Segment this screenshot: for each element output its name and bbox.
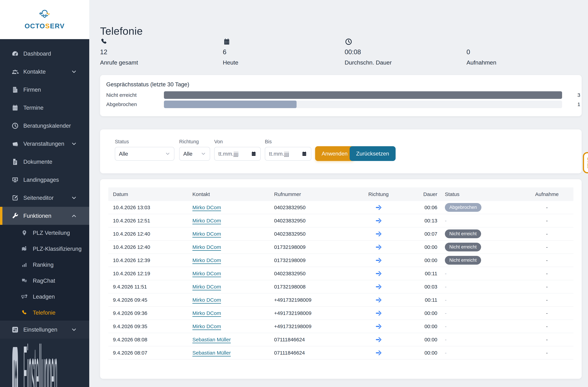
cell-aufnahme: - [524, 297, 570, 303]
column-header-dauer: Dauer [412, 191, 437, 197]
table-body: 10.4.2026 13:03Mirko DCom0402383295000:0… [108, 201, 573, 360]
stat-value: 00:08 [345, 48, 392, 56]
tickets-icon [11, 140, 19, 148]
von-date-placeholder: tt.mm.jjjj [218, 151, 238, 157]
cell-aufnahme: - [524, 324, 570, 329]
sidebar-settings-section: Einstellungen [0, 321, 89, 339]
contact-link[interactable]: Mirko DCom [192, 284, 221, 289]
cell-status: - [437, 350, 524, 356]
cell-datum: 10.4.2026 12:39 [108, 257, 192, 263]
table-row: 10.4.2026 12:39Mirko DCom0173219800900:0… [108, 254, 573, 267]
calendar-icon[interactable] [251, 151, 257, 157]
sidebar-item-label: Veranstaltungen [23, 141, 64, 147]
chart-bar-track [164, 91, 562, 99]
status-empty-dash: - [445, 337, 447, 342]
cell-dauer: 00:07 [412, 231, 437, 237]
sidebar-item-label: PLZ-Klassifizierung [33, 245, 82, 252]
sidebar-item-funktionen[interactable]: Funktionen [0, 207, 89, 225]
sidebar-item-landingpages[interactable]: Landingpages [0, 171, 89, 189]
bis-date-input[interactable]: tt.mm.jjjj [265, 147, 311, 161]
sidebar-item-seiteneditor[interactable]: Seiteneditor [0, 189, 89, 207]
sidebar-item-ragchat[interactable]: RagChat [0, 273, 89, 289]
sidebar-item-label: RagChat [33, 278, 55, 284]
contact-link[interactable]: Mirko DCom [192, 297, 221, 303]
cell-dauer: 00:00 [412, 337, 437, 343]
sidebar: OCTOSERV DashboardKontakteFirmenTermineB… [0, 0, 89, 387]
contact-link[interactable]: Mirko DCom [192, 244, 221, 250]
status-select[interactable]: Alle [115, 147, 174, 161]
apply-button[interactable]: Anwenden [315, 146, 354, 161]
status-empty-dash: - [445, 297, 447, 303]
table-header-row: DatumKontaktRufnummerRichtungDauerStatus… [108, 187, 573, 201]
status-empty-dash: - [445, 350, 447, 356]
status-badge: Nicht erreicht [445, 256, 481, 265]
sliders-icon [11, 326, 19, 333]
chart-bar-row: Nicht erreicht3 [106, 91, 575, 99]
stat-anrufe-gesamt: 12Anrufe gesamt [100, 38, 138, 66]
sidebar-item-dashboard[interactable]: Dashboard [0, 45, 89, 63]
chart-bar-fill [164, 91, 562, 99]
table-row: 10.4.2026 12:40Mirko DCom0173219800900:0… [108, 241, 573, 254]
cell-rufnummer: 04023832950 [274, 218, 368, 224]
sidebar-item-plz-klassifizierung[interactable]: PLZ-Klassifizierung [0, 241, 89, 257]
sidebar-item-plz-verteilung[interactable]: PLZ Verteilung [0, 225, 89, 241]
contact-link[interactable]: Mirko DCom [192, 231, 221, 237]
von-date-input[interactable]: tt.mm.jjjj [214, 147, 261, 161]
contact-link[interactable]: Sebastian Müller [192, 337, 231, 342]
cell-richtung [368, 257, 412, 264]
cell-kontakt: Mirko DCom [192, 204, 274, 210]
chart-bar-row: Abgebrochen1 [106, 101, 575, 108]
cell-richtung [368, 283, 412, 290]
cell-richtung [368, 349, 412, 357]
cell-kontakt: Sebastian Müller [192, 350, 274, 356]
contact-link[interactable]: Mirko DCom [192, 271, 221, 276]
sidebar-item-ranking[interactable]: Ranking [0, 257, 89, 273]
chart-bar-fill [164, 101, 296, 108]
contact-link[interactable]: Sebastian Müller [192, 350, 231, 356]
cell-status: - [437, 324, 524, 329]
sidebar-item-beratungskalender[interactable]: Beratungskalender [0, 117, 89, 135]
wrench-icon [11, 212, 19, 220]
cell-kontakt: Mirko DCom [192, 297, 274, 303]
contact-link[interactable]: Mirko DCom [192, 310, 221, 316]
calendar-icon[interactable] [301, 151, 307, 157]
contact-link[interactable]: Mirko DCom [192, 204, 221, 210]
sidebar-item-telefonie[interactable]: Telefonie [0, 305, 89, 321]
chat-icon [21, 278, 28, 284]
stat-value: 12 [100, 48, 138, 56]
contact-link[interactable]: Mirko DCom [192, 257, 221, 263]
sidebar-item-veranstaltungen[interactable]: Veranstaltungen [0, 135, 89, 153]
cell-dauer: 00:11 [412, 271, 437, 276]
reset-button[interactable]: Zurücksetzen [350, 146, 396, 161]
contact-link[interactable]: Mirko DCom [192, 218, 221, 224]
cell-dauer: 00:00 [412, 324, 437, 329]
sidebar-item-dokumente[interactable]: Dokumente [0, 153, 89, 171]
bis-date-placeholder: tt.mm.jjjj [269, 151, 289, 157]
edit-icon [11, 194, 19, 202]
cell-kontakt: Mirko DCom [192, 257, 274, 263]
cell-richtung [368, 323, 412, 330]
page-title: Telefonie [100, 25, 143, 37]
column-header-richtung: Richtung [368, 191, 412, 197]
cell-kontakt: Sebastian Müller [192, 337, 274, 343]
richtung-select[interactable]: Alle [179, 147, 210, 161]
chat-widget-tab[interactable]: Chat [583, 152, 588, 173]
filter-group-von: Von tt.mm.jjjj [214, 139, 261, 161]
column-header-aufnahme: Aufnahme [524, 191, 570, 197]
sidebar-item-label: Einstellungen [23, 326, 57, 333]
cell-aufnahme: - [524, 218, 570, 224]
sidebar-item-leadgen[interactable]: Leadgen [0, 289, 89, 305]
cell-kontakt: Mirko DCom [192, 271, 274, 276]
sidebar-item-firmen[interactable]: Firmen [0, 81, 89, 99]
status-empty-dash: - [445, 271, 447, 276]
sidebar-item-kontakte[interactable]: Kontakte [0, 63, 89, 81]
sidebar-item-termine[interactable]: Termine [0, 99, 89, 117]
contact-link[interactable]: Mirko DCom [192, 324, 221, 329]
status-empty-dash: - [445, 324, 447, 329]
cell-aufnahme: - [524, 244, 570, 250]
sidebar-item-einstellungen[interactable]: Einstellungen [0, 321, 89, 339]
stretched-settings-render-glitch: Einstellungen [0, 339, 89, 387]
direction-arrow-icon [375, 243, 382, 251]
stat-heute: 6Heute [223, 38, 238, 66]
column-header-kontakt: Kontakt [192, 191, 274, 197]
